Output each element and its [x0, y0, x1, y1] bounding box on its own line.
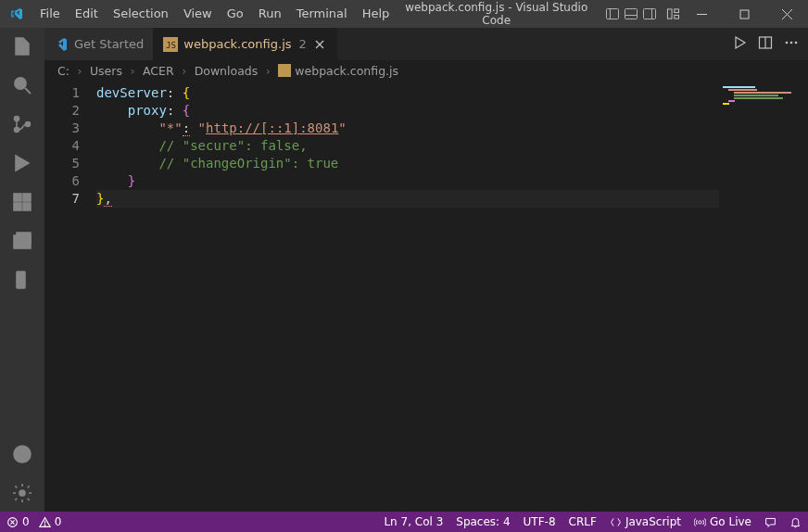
window-activity[interactable] — [0, 230, 44, 252]
svg-rect-14 — [14, 194, 21, 201]
svg-rect-7 — [675, 9, 679, 13]
status-feedback[interactable] — [758, 512, 783, 532]
svg-point-29 — [786, 42, 789, 44]
vscode-icon — [54, 37, 69, 52]
svg-point-36 — [699, 520, 701, 523]
menu-file[interactable]: File — [32, 0, 68, 28]
svg-rect-16 — [23, 203, 31, 210]
source-control-activity[interactable] — [0, 113, 44, 135]
svg-rect-15 — [14, 203, 21, 210]
tab-problems-badge: 2 — [299, 37, 307, 51]
svg-point-23 — [19, 450, 25, 455]
panel-right-icon[interactable] — [642, 6, 657, 21]
breadcrumb-item[interactable]: ACER — [143, 64, 174, 78]
svg-rect-6 — [668, 9, 673, 19]
close-tab-button[interactable] — [312, 37, 327, 52]
svg-point-31 — [795, 42, 798, 44]
svg-text:JS: JS — [166, 41, 176, 50]
extensions-activity[interactable] — [0, 191, 44, 213]
svg-rect-19 — [17, 233, 31, 244]
status-bar: 0 0 Ln 7, Col 3 Spaces: 4 UTF-8 CRLF Jav… — [0, 512, 808, 532]
minimize-button[interactable] — [680, 0, 723, 28]
chevron-right-icon: › — [261, 64, 274, 78]
accounts-activity[interactable] — [0, 443, 44, 465]
svg-point-24 — [19, 490, 25, 496]
js-file-icon: JS — [163, 37, 178, 52]
code-content[interactable]: devServer: { proxy: { "*": "http://[::1]… — [96, 81, 808, 512]
svg-rect-32 — [278, 64, 291, 77]
chevron-right-icon: › — [73, 64, 86, 78]
window-title: webpack.config.js - Visual Studio Code — [397, 1, 680, 27]
split-editor-button[interactable] — [758, 35, 773, 53]
menu-run[interactable]: Run — [251, 0, 289, 28]
main-area: Get Started JS webpack.config.js 2 C: › … — [0, 28, 808, 512]
run-file-button[interactable] — [732, 35, 747, 53]
panel-left-icon[interactable] — [605, 6, 620, 21]
chevron-right-icon: › — [126, 64, 139, 78]
menu-help[interactable]: Help — [355, 0, 398, 28]
svg-point-11 — [15, 117, 19, 121]
svg-rect-2 — [625, 9, 638, 19]
status-errors[interactable]: 0 0 — [0, 512, 68, 532]
close-window-button[interactable] — [765, 0, 808, 28]
breadcrumb-item[interactable]: Downloads — [195, 64, 259, 78]
status-indent[interactable]: Spaces: 4 — [449, 512, 516, 532]
svg-rect-4 — [644, 9, 656, 19]
status-cursor[interactable]: Ln 7, Col 3 — [377, 512, 449, 532]
run-debug-activity[interactable] — [0, 152, 44, 174]
maximize-button[interactable] — [723, 0, 765, 28]
svg-rect-9 — [740, 10, 749, 19]
svg-rect-0 — [607, 9, 619, 19]
svg-point-12 — [15, 128, 19, 133]
menu-go[interactable]: Go — [220, 0, 251, 28]
window-controls — [680, 0, 808, 28]
svg-rect-8 — [675, 15, 679, 19]
svg-rect-17 — [23, 194, 31, 201]
settings-activity[interactable] — [0, 482, 44, 504]
menu-terminal[interactable]: Terminal — [289, 0, 355, 28]
status-notifications[interactable] — [783, 512, 808, 532]
status-language[interactable]: JavaScript — [603, 512, 688, 532]
svg-point-35 — [44, 525, 45, 526]
menu-edit[interactable]: Edit — [68, 0, 106, 28]
tab-get-started[interactable]: Get Started — [44, 28, 154, 60]
status-go-live[interactable]: Go Live — [688, 512, 758, 532]
line-number-gutter: 1234567 — [44, 81, 96, 512]
breadcrumb-file[interactable]: webpack.config.js — [278, 64, 398, 78]
chevron-right-icon: › — [178, 64, 191, 78]
title-bar: File Edit Selection View Go Run Terminal… — [0, 0, 808, 28]
tab-webpack-config[interactable]: JS webpack.config.js 2 — [154, 28, 337, 60]
editor-actions — [723, 28, 808, 60]
svg-point-30 — [790, 42, 793, 44]
svg-point-10 — [15, 78, 26, 89]
breadcrumbs[interactable]: C: › Users › ACER › Downloads › webpack.… — [44, 60, 808, 81]
tab-label: Get Started — [74, 37, 144, 51]
menu-selection[interactable]: Selection — [106, 0, 176, 28]
breadcrumb-item[interactable]: C: — [57, 64, 69, 78]
svg-point-13 — [26, 122, 31, 127]
vscode-logo — [0, 6, 32, 21]
status-eol[interactable]: CRLF — [562, 512, 603, 532]
editor-tabs: Get Started JS webpack.config.js 2 — [44, 28, 808, 60]
panel-bottom-icon[interactable] — [624, 6, 638, 21]
more-actions-button[interactable] — [784, 35, 799, 53]
explorer-activity[interactable] — [0, 35, 44, 57]
menu-view[interactable]: View — [176, 0, 220, 28]
layout-customize-icon[interactable] — [666, 6, 680, 21]
search-activity[interactable] — [0, 74, 44, 96]
editor-area: Get Started JS webpack.config.js 2 C: › … — [44, 28, 808, 512]
device-activity[interactable] — [0, 269, 44, 291]
text-editor[interactable]: 1234567 devServer: { proxy: { "*": "http… — [44, 81, 808, 512]
js-file-icon — [278, 64, 291, 77]
title-text: webpack.config.js - Visual Studio Code — [397, 1, 596, 27]
status-encoding[interactable]: UTF-8 — [517, 512, 562, 532]
minimap[interactable] — [719, 81, 808, 512]
tab-label: webpack.config.js — [183, 37, 291, 51]
breadcrumb-item[interactable]: Users — [90, 64, 122, 78]
main-menu: File Edit Selection View Go Run Terminal… — [32, 0, 397, 28]
activity-bar — [0, 28, 44, 512]
